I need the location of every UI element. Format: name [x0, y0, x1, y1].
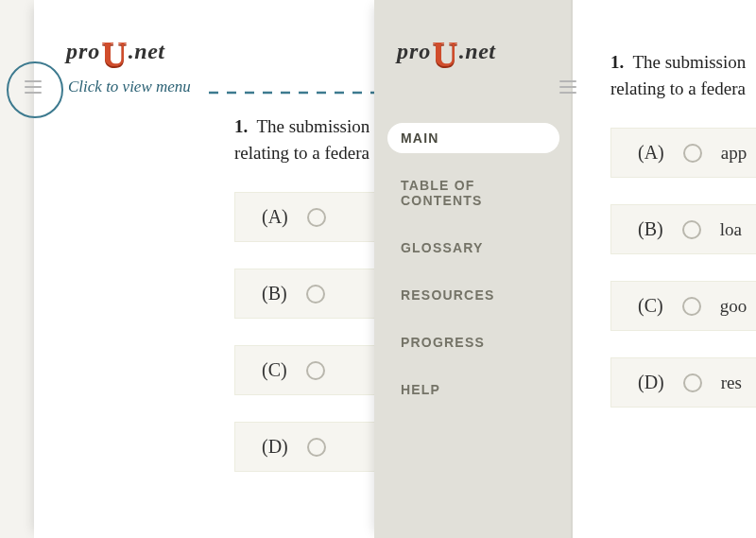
- question-number: 1.: [234, 116, 248, 136]
- option-letter: (D): [262, 436, 288, 458]
- options-list: (A)app(B)loa(C)goo(D)res: [610, 128, 756, 408]
- option-letter: (D): [638, 372, 664, 393]
- logo-pro: pro: [66, 39, 100, 64]
- panel-menu-open: pro U .net MAINTABLE OF CONTENTSGLOSSARY…: [374, 0, 756, 538]
- option-text: goo: [720, 296, 747, 317]
- brand-logo: pro U .net: [374, 0, 573, 64]
- menu-item-main[interactable]: MAIN: [387, 123, 559, 153]
- menu-item-resources[interactable]: RESOURCES: [387, 280, 559, 310]
- logo-net: .net: [129, 39, 165, 64]
- radio-icon[interactable]: [683, 373, 702, 392]
- options-list: (A)(B)(C)(D): [234, 192, 374, 472]
- menu-icon[interactable]: [559, 80, 576, 94]
- option-row[interactable]: (C)goo: [610, 281, 756, 331]
- menu-icon[interactable]: [25, 80, 42, 94]
- question-line1: The submission: [632, 52, 746, 72]
- radio-icon[interactable]: [683, 144, 702, 163]
- menu-list: MAINTABLE OF CONTENTSGLOSSARYRESOURCESPR…: [374, 64, 573, 405]
- question-line1: The submission: [256, 116, 369, 136]
- question-text: 1. The submission relating to a federa: [610, 49, 756, 101]
- sidebar-menu: pro U .net MAINTABLE OF CONTENTSGLOSSARY…: [374, 0, 573, 538]
- radio-icon[interactable]: [682, 297, 701, 316]
- panel-menu-closed: pro U .net Click to view menu 1. The sub…: [34, 0, 374, 538]
- logo-u: U: [432, 42, 457, 67]
- option-row[interactable]: (D)res: [610, 357, 756, 408]
- annotation-label: Click to view menu: [68, 78, 191, 96]
- logo-u: U: [101, 42, 127, 67]
- radio-icon[interactable]: [306, 285, 325, 304]
- question-line2: relating to a federa: [610, 78, 746, 98]
- radio-icon[interactable]: [307, 208, 326, 227]
- question-block: 1. The submission relating to a federa (…: [610, 0, 756, 408]
- radio-icon[interactable]: [682, 220, 701, 239]
- menu-item-help[interactable]: HELP: [387, 374, 559, 405]
- menu-item-table-of-contents[interactable]: TABLE OF CONTENTS: [387, 170, 559, 216]
- option-row[interactable]: (B)loa: [610, 204, 756, 254]
- question-block: 1. The submission relating to a federa (…: [234, 64, 374, 472]
- option-letter: (C): [262, 359, 287, 381]
- option-row[interactable]: (A)app: [610, 128, 756, 178]
- question-line2: relating to a federa: [234, 143, 369, 163]
- option-letter: (C): [638, 295, 663, 317]
- radio-icon[interactable]: [307, 438, 326, 457]
- option-text: loa: [720, 219, 742, 240]
- question-number: 1.: [610, 52, 624, 72]
- option-text: app: [721, 143, 747, 164]
- option-letter: (B): [262, 283, 287, 304]
- panels-container: pro U .net Click to view menu 1. The sub…: [0, 0, 756, 538]
- menu-item-progress[interactable]: PROGRESS: [387, 327, 559, 357]
- option-letter: (B): [638, 218, 663, 240]
- option-text: res: [721, 373, 742, 393]
- logo-pro: pro: [397, 39, 431, 64]
- logo-net: .net: [459, 39, 496, 64]
- option-letter: (A): [638, 142, 664, 164]
- question-text: 1. The submission relating to a federa: [234, 113, 374, 165]
- menu-item-glossary[interactable]: GLOSSARY: [387, 233, 559, 263]
- brand-logo: pro U .net: [34, 0, 374, 64]
- radio-icon[interactable]: [306, 361, 325, 380]
- option-letter: (A): [262, 206, 288, 228]
